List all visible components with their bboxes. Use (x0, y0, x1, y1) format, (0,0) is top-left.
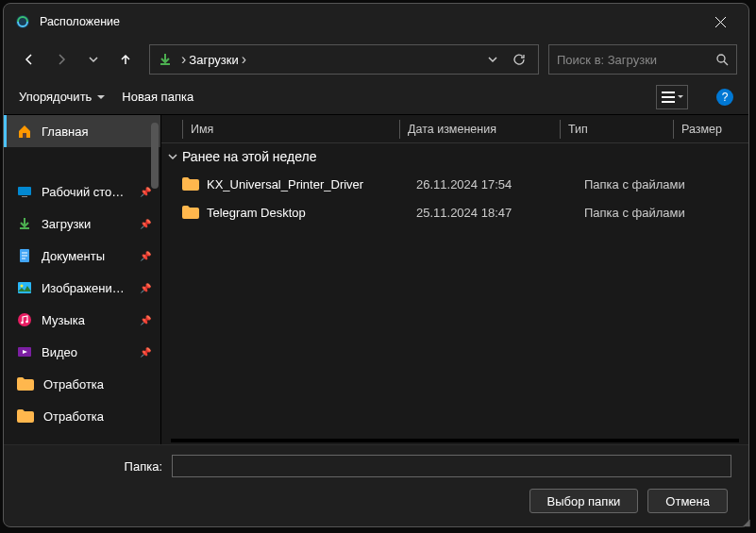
svg-rect-5 (18, 282, 31, 293)
file-type: Папка с файлами (584, 206, 716, 220)
app-icon (15, 14, 30, 29)
music-icon (17, 312, 32, 327)
pin-icon: 📌 (140, 315, 151, 325)
button-row: Выбор папки Отмена (4, 489, 731, 513)
folder-label: Папка: (4, 459, 172, 474)
new-folder-button[interactable]: Новая папка (122, 90, 193, 104)
titlebar: Расположение (4, 4, 748, 40)
sidebar: Главная Рабочий сто…📌 Загрузки📌 Документ… (4, 115, 161, 444)
up-button[interactable] (111, 45, 140, 74)
search-icon[interactable] (715, 53, 729, 66)
svg-point-1 (717, 55, 725, 62)
svg-rect-3 (22, 196, 27, 197)
sidebar-item-folder[interactable]: Отработка (4, 400, 160, 432)
column-date[interactable]: Дата изменения (399, 120, 560, 139)
column-name[interactable]: Имя (182, 120, 399, 139)
folder-icon (17, 409, 34, 423)
downloads-icon (17, 216, 32, 231)
sidebar-item-desktop[interactable]: Рабочий сто…📌 (4, 175, 160, 208)
file-date: 26.11.2024 17:54 (416, 177, 584, 192)
cancel-button[interactable]: Отмена (647, 489, 728, 513)
file-list: Имя Дата изменения Тип Размер Ранее на э… (161, 115, 748, 444)
sidebar-item-pictures[interactable]: Изображени…📌 (4, 272, 160, 304)
sidebar-item-home[interactable]: Главная (4, 115, 160, 147)
search-box[interactable] (548, 44, 737, 75)
file-type: Папка с файлами (584, 177, 716, 192)
svg-rect-2 (18, 187, 31, 195)
refresh-button[interactable] (506, 53, 532, 66)
nav-row: › Загрузки › (4, 40, 748, 79)
chevron-down-icon (167, 151, 178, 162)
address-bar[interactable]: › Загрузки › (149, 44, 539, 75)
breadcrumb[interactable]: Загрузки (189, 53, 238, 67)
dialog-window: Расположение › Загрузки › Упорядочить Но… (3, 3, 749, 527)
downloads-icon (158, 52, 173, 67)
folder-input[interactable] (172, 455, 731, 477)
window-title: Расположение (40, 15, 699, 28)
sidebar-item-folder[interactable]: Отработка (4, 368, 160, 400)
select-folder-button[interactable]: Выбор папки (529, 489, 639, 513)
pictures-icon (17, 280, 32, 295)
forward-button[interactable] (47, 45, 76, 74)
help-button[interactable]: ? (716, 89, 733, 106)
folder-icon (17, 377, 34, 391)
pin-icon: 📌 (140, 219, 151, 229)
svg-point-7 (18, 313, 31, 326)
sidebar-item-music[interactable]: Музыка📌 (4, 304, 160, 336)
videos-icon (17, 344, 32, 359)
svg-point-8 (21, 322, 24, 325)
folder-input-row: Папка: (4, 455, 731, 477)
recent-dropdown[interactable] (79, 45, 108, 74)
pin-icon: 📌 (140, 187, 151, 197)
search-input[interactable] (557, 53, 715, 67)
body: Главная Рабочий сто…📌 Загрузки📌 Документ… (4, 115, 748, 444)
file-name: Telegram Desktop (207, 206, 416, 220)
table-row[interactable]: KX_Universal_Printer_Driver 26.11.2024 1… (161, 170, 748, 198)
desktop-icon (17, 184, 32, 199)
svg-point-6 (21, 285, 24, 288)
back-button[interactable] (15, 45, 43, 74)
svg-point-9 (25, 321, 28, 324)
close-button[interactable] (699, 8, 741, 36)
view-options-button[interactable] (656, 85, 688, 109)
chevron-right-icon: › (242, 51, 246, 68)
sidebar-item-downloads[interactable]: Загрузки📌 (4, 208, 160, 240)
folder-icon (182, 177, 199, 191)
sidebar-scrollbar[interactable] (151, 123, 159, 189)
documents-icon (17, 248, 32, 263)
pin-icon: 📌 (140, 283, 151, 293)
sidebar-item-videos[interactable]: Видео📌 (4, 336, 160, 368)
sidebar-item-documents[interactable]: Документы📌 (4, 240, 160, 272)
group-header[interactable]: Ранее на этой неделе (161, 143, 748, 170)
pin-icon: 📌 (140, 347, 151, 358)
organize-button[interactable]: Упорядочить (19, 90, 105, 104)
footer: Папка: Выбор папки Отмена (4, 444, 748, 526)
path-dropdown[interactable] (479, 55, 506, 64)
column-type[interactable]: Тип (560, 120, 673, 139)
table-row[interactable]: Telegram Desktop 25.11.2024 18:47 Папка … (161, 198, 748, 226)
folder-icon (182, 206, 199, 219)
file-date: 25.11.2024 18:47 (416, 206, 584, 220)
chevron-right-icon: › (181, 51, 186, 68)
column-headers: Имя Дата изменения Тип Размер (161, 115, 748, 143)
resize-grip[interactable]: ◢ (743, 517, 750, 527)
horizontal-scrollbar[interactable] (171, 439, 739, 442)
toolbar: Упорядочить Новая папка ? (4, 79, 748, 115)
home-icon (17, 124, 32, 139)
file-name: KX_Universal_Printer_Driver (207, 177, 416, 192)
pin-icon: 📌 (140, 251, 151, 261)
column-size[interactable]: Размер (673, 120, 739, 139)
